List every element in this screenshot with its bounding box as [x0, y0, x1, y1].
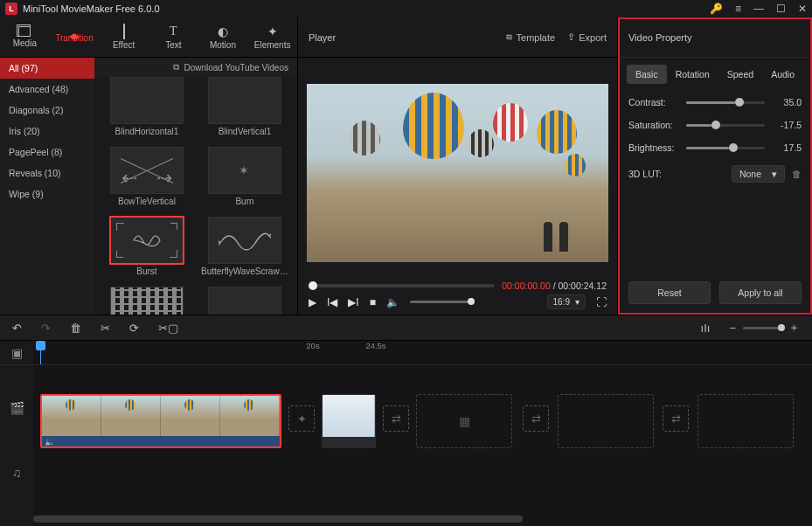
maximize-icon[interactable]: ☐ [776, 3, 786, 15]
key-icon[interactable]: 🔑 [710, 3, 723, 15]
export-icon: ⇪ [567, 31, 575, 43]
volume-slider[interactable] [410, 301, 471, 303]
thumb-blindhorizontal1[interactable]: BlindHorizontal1 [103, 77, 191, 145]
sidebar-item-pagepeel[interactable]: PagePeel (8) [0, 142, 94, 163]
clip-2[interactable] [322, 394, 376, 448]
tab-label: Effect [113, 40, 135, 50]
preview-area [298, 58, 617, 275]
tab-effect[interactable]: Effect [99, 17, 149, 57]
motion-icon: ◐ [218, 24, 228, 38]
stop-icon[interactable]: ■ [370, 296, 376, 308]
timeline-area[interactable]: 0s 20s 24.5s 🔈 ✦ ⇄ ▦ ⇄ ⇄ [33, 341, 812, 526]
reset-button[interactable]: Reset [628, 281, 711, 304]
tab-motion[interactable]: ◐ Motion [198, 17, 248, 57]
clip-1[interactable]: 🔈 [40, 394, 281, 448]
thumb-burn[interactable]: ✶Burn [201, 147, 288, 215]
thumb-more2[interactable] [201, 287, 288, 315]
next-frame-icon[interactable]: ▶I [348, 296, 358, 308]
contrast-slider[interactable] [686, 101, 765, 104]
player-panel: Player ≋Template ⇪Export 00:00:00.00 / 0… [298, 17, 618, 315]
ptab-basic[interactable]: Basic [627, 65, 667, 84]
app-logo: L [5, 3, 17, 15]
sidebar-item-diagonals[interactable]: Diagonals (2) [0, 100, 94, 121]
thumb-blindvertical1[interactable]: BlindVertical1 [201, 77, 288, 145]
aspect-ratio-select[interactable]: 16:9▾ [547, 294, 586, 309]
sidebar-item-wipe[interactable]: Wipe (9) [0, 183, 94, 204]
tab-transition[interactable]: Transition [50, 17, 100, 57]
drop-zone-2[interactable] [558, 394, 654, 448]
zoom-slider[interactable] [743, 327, 781, 329]
window-title: MiniTool MovieMaker Free 6.0.0 [23, 3, 710, 14]
sidebar-item-reveals[interactable]: Reveals (10) [0, 163, 94, 183]
tab-label: Media [13, 38, 37, 48]
drop-zone-1[interactable]: ▦ [416, 394, 512, 448]
template-icon: ≋ [505, 31, 513, 43]
drop-zone-3[interactable] [697, 394, 794, 448]
redo-icon[interactable]: ↷ [41, 322, 51, 335]
brightness-value: 17.5 [772, 142, 802, 153]
delete-icon[interactable]: 🗑 [70, 322, 81, 335]
sidebar-item-iris[interactable]: Iris (20) [0, 121, 94, 142]
speed-icon[interactable]: ⟳ [129, 322, 139, 335]
transition-slot-3[interactable]: ⇄ [523, 405, 549, 432]
brightness-row: Brightness: 17.5 [618, 136, 812, 159]
effect-icon [123, 24, 125, 38]
thumb-more1[interactable] [103, 287, 191, 315]
hamburger-icon[interactable]: ≡ [735, 3, 741, 15]
brightness-slider[interactable] [686, 147, 765, 149]
saturation-value: -17.5 [772, 120, 802, 130]
play-icon[interactable]: ▶ [309, 296, 316, 308]
elements-icon: ✦ [267, 24, 277, 38]
download-label: Download YouTube Videos [184, 63, 288, 73]
undo-icon[interactable]: ↶ [12, 322, 22, 335]
titlebar: L MiniTool MovieMaker Free 6.0.0 🔑 ≡ — ☐… [0, 0, 812, 17]
zoom-in-icon[interactable]: ＋ [788, 320, 800, 336]
audio-mode-icon[interactable]: ıIı [701, 322, 711, 335]
video-track-icon: 🎬 [0, 365, 33, 451]
template-button[interactable]: ≋Template [505, 31, 556, 43]
text-icon: T [170, 24, 177, 38]
tab-elements[interactable]: ✦ Elements [247, 17, 297, 57]
split-icon[interactable]: ✂ [101, 322, 110, 335]
audio-track[interactable] [33, 461, 812, 500]
zoom-out-icon[interactable]: − [729, 322, 736, 335]
ptab-audio[interactable]: Audio [762, 65, 803, 84]
transition-slot-2[interactable]: ⇄ [383, 405, 409, 432]
prev-frame-icon[interactable]: I◀ [327, 296, 337, 308]
sidebar-item-advanced[interactable]: Advanced (48) [0, 79, 94, 100]
playhead[interactable] [40, 341, 41, 364]
player-title: Player [309, 32, 493, 43]
minimize-icon[interactable]: — [753, 3, 764, 15]
video-property-panel: Video Property Basic Rotation Speed Audi… [618, 17, 812, 315]
timeline-scrollbar[interactable] [33, 516, 812, 523]
timeline-ruler[interactable]: 0s 20s 24.5s [33, 341, 812, 365]
volume-icon[interactable]: 🔈 [386, 296, 399, 308]
ptab-speed[interactable]: Speed [718, 65, 762, 84]
download-youtube-link[interactable]: ⧉ Download YouTube Videos [94, 58, 297, 77]
tab-label: Text [165, 40, 181, 50]
fullscreen-icon[interactable]: ⛶ [596, 296, 607, 308]
video-track[interactable]: 🔈 ✦ ⇄ ▦ ⇄ ⇄ [33, 386, 812, 456]
sidebar-item-all[interactable]: All (97) [0, 58, 94, 79]
apply-all-button[interactable]: Apply to all [719, 281, 802, 304]
close-icon[interactable]: ✕ [798, 3, 807, 15]
transition-grid: BlindHorizontal1 BlindVertical1 ⇠⇢BowTie… [94, 77, 297, 315]
ptab-rotation[interactable]: Rotation [667, 65, 718, 84]
seek-slider[interactable] [309, 284, 495, 287]
thumb-bowtievertical[interactable]: ⇠⇢BowTieVertical [103, 147, 191, 215]
thumb-butterflywavescrawler[interactable]: ButterflyWaveScrawler [201, 217, 288, 285]
library-panel: Media Transition Effect T Text ◐ Motion … [0, 17, 298, 315]
transition-slot-1[interactable]: ✦ [288, 405, 315, 432]
export-button[interactable]: ⇪Export [567, 31, 607, 43]
thumb-burst[interactable]: Burst [103, 217, 191, 285]
saturation-slider[interactable] [686, 124, 765, 127]
download-icon: ⧉ [173, 62, 179, 73]
trash-icon[interactable]: 🗑 [792, 169, 802, 179]
library-toolbar: Media Transition Effect T Text ◐ Motion … [0, 17, 297, 58]
crop-icon[interactable]: ✂▢ [158, 322, 178, 335]
layers-icon[interactable]: ▣ [0, 341, 33, 365]
lut-select[interactable]: None▾ [732, 165, 785, 183]
tab-media[interactable]: Media [0, 17, 50, 57]
transition-slot-4[interactable]: ⇄ [663, 405, 689, 432]
tab-text[interactable]: T Text [149, 17, 198, 57]
